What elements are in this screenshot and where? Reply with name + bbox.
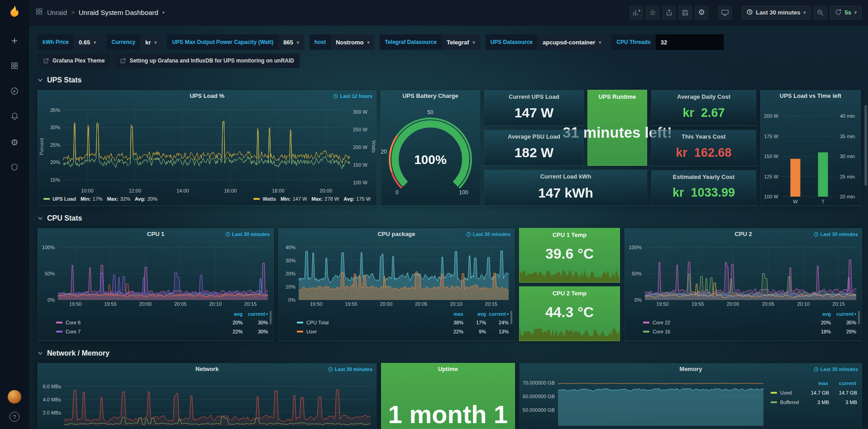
legend-row[interactable]: Core 7 22% 30%	[56, 327, 268, 336]
legend-row[interactable]: Core 22 20% 35%	[643, 318, 856, 327]
ups-stat-grid: Current UPS Load 147 W UPS Runtime 31 mi…	[484, 90, 647, 206]
legend-scrollbar[interactable]	[270, 311, 272, 324]
cycle-view-button[interactable]	[718, 6, 732, 19]
panel-title[interactable]: UPS Load %	[38, 90, 376, 102]
cpu-1-chart[interactable]	[38, 240, 273, 308]
sidebar-alerting-button[interactable]	[6, 110, 23, 124]
variable-host-value[interactable]: Nostromo▾	[331, 34, 374, 50]
sidebar-configuration-button[interactable]: ⚙	[6, 135, 23, 149]
stat-value: 31 minutes left!	[588, 100, 647, 165]
legend-series-watts[interactable]: Watts Min:147 W Max:278 W Avg:175 W	[253, 196, 371, 202]
sort-caret-icon: ▾	[854, 312, 856, 316]
legend-row[interactable]: Core 6 20% 30%	[56, 318, 268, 327]
legend-row[interactable]: CPU Total 38% 17% 24%	[297, 318, 509, 327]
panel-title[interactable]: Average Daily Cost	[652, 90, 756, 100]
stat-value: 147 kWh	[485, 180, 647, 206]
magnifier-minus-icon	[816, 9, 824, 16]
save-button[interactable]	[678, 6, 692, 19]
panel-title[interactable]: UPS Battery Charge	[381, 90, 480, 102]
section-cpu-stats[interactable]: CPU Stats	[38, 214, 862, 222]
legend-series-ups-load[interactable]: UPS Load Min:17% Max:32% Avg:20%	[43, 196, 157, 202]
sort-caret-icon: ▾	[507, 312, 509, 316]
refresh-button[interactable]: 5s ▾	[830, 6, 862, 19]
share-button[interactable]	[662, 6, 676, 19]
star-button[interactable]: ☆	[646, 6, 659, 19]
help-button[interactable]: ?	[10, 412, 19, 422]
refresh-interval-label: 5s	[845, 9, 851, 16]
dashboard-links: Grafana Plex Theme Setting up Grafana an…	[38, 53, 862, 68]
stat-value: 147 W	[485, 100, 583, 125]
battery-gauge[interactable]	[381, 102, 480, 206]
legend-header[interactable]: avg current▾	[643, 310, 856, 318]
legend-scrollbar[interactable]	[858, 311, 860, 324]
legend-header[interactable]: max avg current▾	[297, 310, 509, 318]
zoom-out-button[interactable]	[814, 6, 827, 19]
link-ups-monitoring-guide[interactable]: Setting up Grafana and InfluxDB for UPS …	[114, 53, 299, 68]
page-title[interactable]: Unraid System Dashboard	[79, 9, 158, 16]
variable-kwh-price-value[interactable]: 0.65▾	[74, 34, 101, 50]
panel-title[interactable]: This Years Cost	[652, 130, 756, 140]
variable-kwh-price: kWh Price 0.65▾	[38, 34, 101, 50]
legend-row[interactable]: Core 16 18% 29%	[643, 327, 856, 336]
time-picker-button[interactable]: Last 30 minutes ▾	[742, 6, 811, 19]
legend-scrollbar[interactable]	[510, 311, 512, 324]
user-avatar[interactable]	[8, 390, 21, 404]
panel-title[interactable]: Current Load kWh	[485, 170, 647, 180]
panel-cpu-2-temp: CPU 2 Temp 44.3 °C	[519, 286, 620, 341]
cpu-2-chart[interactable]	[625, 240, 862, 308]
legend-row[interactable]: User 22% 9% 13%	[297, 327, 509, 336]
breadcrumb-app[interactable]: Unraid	[47, 9, 67, 16]
chevron-down-icon[interactable]: ▾	[162, 10, 165, 15]
panel-title[interactable]: Memory	[520, 363, 862, 375]
panel-estimated-yearly-cost: Estimated Yearly Cost kr 1033.99	[651, 170, 756, 206]
cpu-2-legend: avg current▾ Core 22 20% 35% Core 16 18%…	[625, 308, 862, 336]
panel-title[interactable]: Current UPS Load	[485, 90, 583, 100]
variable-telegraf-datasource-value[interactable]: Telegraf▾	[442, 34, 480, 50]
dashboard-settings-button[interactable]: ⚙	[695, 6, 708, 19]
legend-row[interactable]: Used 14.7 GB 14.7 GB	[771, 388, 857, 397]
network-chart[interactable]	[38, 375, 376, 429]
panel-title[interactable]: UPS Runtime	[588, 90, 647, 100]
memory-chart[interactable]	[520, 375, 769, 429]
clock-icon	[747, 9, 753, 16]
grafana-logo[interactable]	[8, 5, 21, 20]
sidebar-create-button[interactable]: +	[6, 34, 23, 48]
ups-load-vs-time-chart[interactable]	[761, 102, 860, 206]
link-label: Grafana Plex Theme	[52, 58, 105, 64]
link-grafana-plex-theme[interactable]: Grafana Plex Theme	[38, 53, 110, 68]
panel-title[interactable]: Average PSU Load	[485, 130, 583, 140]
page-scrollbar[interactable]	[864, 105, 867, 186]
sidebar-dashboards-button[interactable]	[6, 59, 23, 73]
sidebar-admin-button[interactable]	[6, 160, 23, 175]
ups-load-chart[interactable]	[38, 102, 376, 195]
panel-title[interactable]: Estimated Yearly Cost	[652, 170, 756, 180]
legend-header[interactable]: max current	[771, 379, 857, 388]
legend-row[interactable]: Buffered 3 MB 3 MB	[771, 397, 857, 407]
cpu-threads-input[interactable]	[656, 34, 724, 50]
external-link-icon	[120, 58, 126, 64]
panel-title[interactable]: Uptime	[382, 363, 515, 375]
memory-legend: max current Used 14.7 GB 14.7 GB Buffere…	[769, 375, 862, 429]
variable-value: Telegraf	[447, 39, 469, 46]
section-ups-stats[interactable]: UPS Stats	[38, 76, 862, 84]
panel-title[interactable]: Network	[38, 363, 376, 375]
panel-title[interactable]: CPU 2 Temp	[520, 287, 620, 297]
ups-costs-column: Average Daily Cost kr 2.67 This Years Co…	[651, 90, 756, 206]
cpu-package-legend: max avg current▾ CPU Total 38% 17% 24% U…	[279, 308, 514, 336]
variable-value: Nostromo	[336, 39, 363, 46]
legend-header[interactable]: avg current▾	[56, 310, 268, 318]
variable-ups-max-output-value[interactable]: 865▾	[278, 34, 304, 50]
cpu-package-chart[interactable]	[279, 240, 514, 308]
network-memory-row: Network Last 30 minutes Uptime 1 month 1…	[38, 363, 862, 429]
chevron-down-icon: ▾	[94, 40, 96, 45]
sidebar-explore-button[interactable]	[6, 84, 23, 99]
variable-ups-max-output: UPS Max Output Power Capacity (Watt) 865…	[167, 34, 304, 50]
variable-ups-datasource-value[interactable]: apcupsd-container▾	[538, 34, 606, 50]
panel-title[interactable]: UPS Load vs Time left	[761, 90, 860, 102]
section-network-memory[interactable]: Network / Memory	[38, 349, 862, 357]
add-panel-button[interactable]	[630, 6, 643, 19]
variable-currency-value[interactable]: kr▾	[140, 34, 162, 50]
chevron-down-icon: ▾	[154, 40, 157, 45]
panel-title[interactable]: CPU 1 Temp	[520, 228, 620, 238]
variable-label: host	[310, 34, 331, 50]
